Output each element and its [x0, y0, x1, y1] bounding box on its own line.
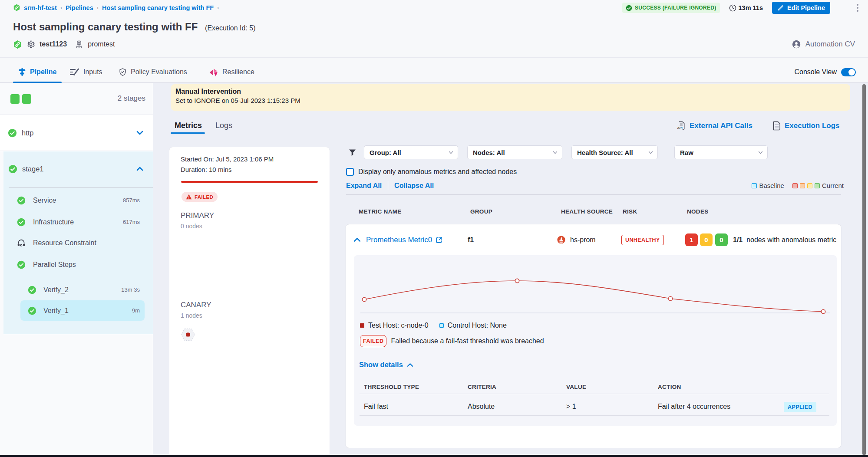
- svg-text:API: API: [677, 127, 683, 130]
